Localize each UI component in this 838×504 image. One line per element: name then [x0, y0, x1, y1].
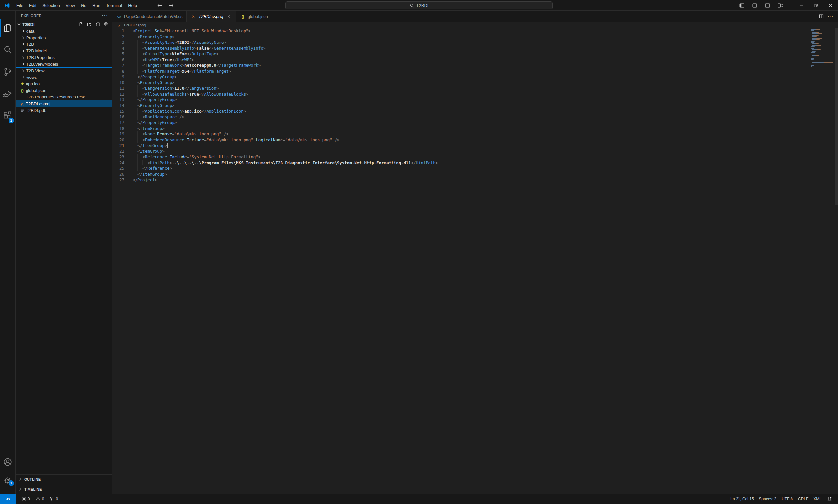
activity-search[interactable]	[0, 39, 15, 61]
activity-account[interactable]	[0, 453, 15, 471]
minimize-button[interactable]	[794, 0, 808, 11]
code-line-15[interactable]: 15 <ApplicationIcon>app.ico</Application…	[112, 108, 838, 114]
code-line-24[interactable]: 24 <HintPath>..\..\..\..\Program Files\M…	[112, 160, 838, 166]
code-line-25[interactable]: 25 </Reference>	[112, 165, 838, 172]
status-crlf[interactable]: CRLF	[796, 494, 811, 504]
line-number: 26	[112, 172, 124, 177]
section-timeline[interactable]: TIMELINE	[16, 484, 112, 494]
status-xml[interactable]: XML	[811, 494, 824, 504]
status-warning[interactable]: 0	[33, 494, 47, 504]
ellipsis-icon[interactable]: ···	[827, 13, 834, 19]
tree-item-t2b-model[interactable]: T2B.Model	[16, 48, 112, 54]
code-line-13[interactable]: 13 </PropertyGroup>	[112, 97, 838, 103]
status-error[interactable]: 0	[19, 494, 33, 504]
breadcrumb[interactable]: T2BDI.csproj	[112, 22, 838, 28]
tree-item-global-json[interactable]: {}global.json	[16, 87, 112, 94]
code-line-5[interactable]: 5 <OutputType>WinExe</OutputType>	[112, 51, 838, 57]
status-ln-21-col-15[interactable]: Ln 21, Col 15	[728, 494, 756, 504]
code-line-23[interactable]: 23 <Reference Include="System.Net.Http.F…	[112, 154, 838, 160]
tree-item-t2bdi-pdb[interactable]: T2BDI.pdb	[16, 107, 112, 113]
menu-run[interactable]: Run	[89, 0, 103, 11]
code-line-10[interactable]: 10 <PropertyGroup>	[112, 80, 838, 86]
section-outline[interactable]: OUTLINE	[16, 474, 112, 484]
refresh-icon[interactable]	[95, 21, 101, 27]
menu-edit[interactable]: Edit	[26, 0, 39, 11]
tree-item-views[interactable]: views	[16, 74, 112, 80]
tree-item-t2bdi-csproj[interactable]: T2BDI.csproj	[16, 101, 112, 107]
code-line-22[interactable]: 22 <ItemGroup>	[112, 148, 838, 155]
tree-item-t2b-views[interactable]: T2B.Views	[16, 67, 112, 74]
code-line-18[interactable]: 18 <ItemGroup>	[112, 126, 838, 131]
panel-bottom-button[interactable]	[748, 0, 761, 11]
menu-view[interactable]: View	[63, 0, 78, 11]
minimap-line	[812, 33, 822, 34]
tab-pageconductancematchvm-cs[interactable]: C#PageConductanceMatchVM.cs	[112, 11, 187, 22]
tree-item-t2b-properties[interactable]: T2B.Properties	[16, 54, 112, 61]
panel-right-button[interactable]	[761, 0, 774, 11]
status-bell-dot[interactable]	[824, 494, 835, 504]
minimap-line	[811, 52, 815, 53]
line-number: 1	[112, 28, 124, 34]
code-line-19[interactable]: 19 <None Remove="data\mks_logo.png" />	[112, 131, 838, 137]
status-spaces-2[interactable]: Spaces: 2	[756, 494, 779, 504]
activity-explorer[interactable]	[0, 17, 15, 39]
tab-t2bdi-csproj[interactable]: T2BDI.csproj	[187, 11, 236, 22]
code-line-14[interactable]: 14 <PropertyGroup>	[112, 103, 838, 109]
code-line-4[interactable]: 4 <GenerateAssemblyInfo>False</GenerateA…	[112, 46, 838, 51]
code-line-12[interactable]: 12 <AllowUnsafeBlocks>True</AllowUnsafeB…	[112, 91, 838, 97]
ellipsis-icon[interactable]: ···	[102, 11, 108, 21]
code-line-8[interactable]: 8 <PlatformTarget>x64</PlatformTarget>	[112, 68, 838, 74]
arrow-left-icon[interactable]	[156, 2, 163, 9]
code-line-9[interactable]: 9 </PropertyGroup>	[112, 74, 838, 80]
code-line-16[interactable]: 16 <RootNamespace />	[112, 114, 838, 120]
tree-item-t2b-properties-resources-resx[interactable]: T2B.Properties.Resources.resx	[16, 94, 112, 101]
code-line-26[interactable]: 26 </ItemGroup>	[112, 172, 838, 177]
code-line-21[interactable]: 21 </ItemGroup>	[112, 143, 838, 148]
layout-button[interactable]	[774, 0, 787, 11]
tree-item-t2b-viewmodels[interactable]: T2B.ViewModels	[16, 61, 112, 67]
code-line-17[interactable]: 17 </PropertyGroup>	[112, 120, 838, 126]
code-line-3[interactable]: 3 <AssemblyName>T2BDI</AssemblyName>	[112, 40, 838, 46]
tree-item-t2b[interactable]: T2B	[16, 41, 112, 48]
activity-settings-gear[interactable]: 1	[0, 471, 15, 489]
tree-item-data[interactable]: data	[16, 28, 112, 34]
remote-indicator[interactable]: ><	[0, 494, 16, 504]
collapse-all-icon[interactable]	[103, 21, 109, 27]
menu-file[interactable]: File	[13, 0, 26, 11]
command-center-search[interactable]: T2BDI	[285, 1, 553, 10]
restore-button[interactable]	[808, 0, 823, 11]
code-line-1[interactable]: 1<Project Sdk="Microsoft.NET.Sdk.Windows…	[112, 28, 838, 34]
status-utf-8[interactable]: UTF-8	[779, 494, 796, 504]
code-line-20[interactable]: 20 <EmbeddedResource Include="data\mks_l…	[112, 137, 838, 143]
tree-item-label: T2B.Properties.Resources.resx	[26, 94, 85, 100]
code-line-11[interactable]: 11 <LangVersion>11.0</LangVersion>	[112, 85, 838, 91]
close-button[interactable]	[823, 0, 838, 11]
code-line-27[interactable]: 27</Project>	[112, 177, 838, 183]
menu-go[interactable]: Go	[78, 0, 89, 11]
menu-selection[interactable]: Selection	[39, 0, 63, 11]
activity-extensions[interactable]: 1	[0, 105, 15, 127]
code-line-7[interactable]: 7 <TargetFramework>netcoreapp8.0</Target…	[112, 62, 838, 68]
code-editor[interactable]: 1<Project Sdk="Microsoft.NET.Sdk.Windows…	[112, 28, 838, 494]
arrow-right-icon[interactable]	[168, 2, 174, 9]
tab-global-json[interactable]: {}global.json	[236, 11, 272, 22]
panel-left-button[interactable]	[735, 0, 748, 11]
activity-source-control[interactable]	[0, 61, 15, 83]
breadcrumb-item[interactable]: T2BDI.csproj	[123, 23, 146, 28]
code-line-2[interactable]: 2 <PropertyGroup>	[112, 34, 838, 40]
new-folder-icon[interactable]	[86, 21, 92, 27]
split-editor-icon[interactable]	[818, 13, 824, 19]
activity-run-debug[interactable]	[0, 83, 15, 105]
close-icon[interactable]	[227, 14, 232, 19]
menu-terminal[interactable]: Terminal	[103, 0, 125, 11]
menu-help[interactable]: Help	[125, 0, 140, 11]
new-file-icon[interactable]	[78, 21, 84, 27]
tree-item-app-ico[interactable]: ★app.ico	[16, 81, 112, 87]
tree-root-row[interactable]: T2BDI	[16, 21, 112, 28]
code-line-6[interactable]: 6 <UseWPF>True</UseWPF>	[112, 57, 838, 63]
tree-item-properties[interactable]: Properties	[16, 34, 112, 41]
editor-scrollbar[interactable]	[835, 28, 838, 205]
status-radio-tower[interactable]: 0	[47, 494, 60, 504]
chevron-right-icon	[21, 68, 26, 73]
error-icon	[21, 497, 27, 502]
